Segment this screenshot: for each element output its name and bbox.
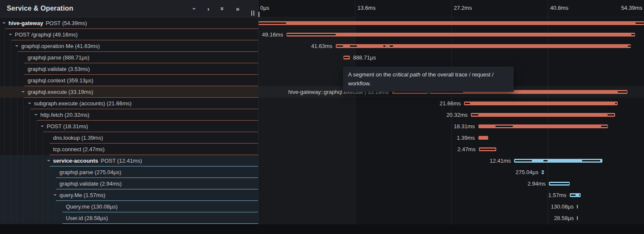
span-tree-row[interactable]: graphql.parse (275.04µs) — [0, 166, 258, 178]
span-tree-row[interactable]: ›POST (18.31ms) — [0, 121, 258, 132]
span-tree-row[interactable]: ›subgraph.execute (accounts) (21.66ms) — [0, 98, 258, 109]
indent-guide — [23, 155, 24, 166]
critical-path-segment[interactable] — [636, 23, 644, 24]
critical-path-segment[interactable] — [631, 34, 635, 35]
span-bar[interactable] — [336, 44, 631, 48]
collapse-chevron-icon[interactable]: › — [14, 43, 20, 48]
indent-guide — [36, 132, 37, 144]
critical-path-segment[interactable] — [615, 103, 617, 104]
span-bar[interactable] — [471, 113, 615, 117]
span-bar[interactable] — [287, 33, 635, 37]
span-tree: ›hive-gatewayPOST (54.39ms)›POST /graphq… — [0, 17, 258, 224]
collapse-chevron-icon[interactable]: › — [34, 112, 39, 117]
indent-guide — [17, 178, 17, 189]
critical-path-segment[interactable] — [543, 160, 548, 161]
indent-guide — [36, 212, 37, 224]
critical-path-segment[interactable] — [259, 23, 286, 24]
indent-guide — [23, 132, 24, 144]
timeline-axis: 0µs13.6ms27.2ms40.8ms54.39ms — [259, 0, 644, 17]
collapse-chevron-icon[interactable]: › — [8, 32, 13, 37]
critical-path-segment[interactable] — [628, 45, 631, 47]
critical-path-segment[interactable] — [390, 45, 393, 47]
span-label: graphql.validate (3.53ms) — [28, 63, 90, 75]
span-label: graphql.execute (33.19ms) — [28, 86, 93, 98]
timeline-row: 12.41ms — [259, 155, 644, 166]
span-tree-row[interactable]: Query.me (130.08µs) — [0, 201, 258, 212]
critical-path-segment[interactable] — [582, 160, 600, 161]
critical-path-segment[interactable] — [472, 114, 478, 116]
collapse-chevron-icon[interactable]: › — [2, 20, 7, 25]
critical-path-segment[interactable] — [542, 172, 543, 173]
indent-guide — [23, 166, 24, 178]
indent-guide — [11, 109, 11, 121]
collapse-chevron-icon[interactable]: › — [40, 124, 45, 129]
critical-path-segment[interactable] — [350, 45, 357, 47]
indent-guide — [36, 178, 37, 189]
critical-path-segment[interactable] — [287, 34, 336, 35]
span-bar[interactable] — [478, 136, 488, 140]
critical-path-segment[interactable] — [344, 57, 349, 58]
span-tree-row[interactable]: ›service-accountsPOST (12.41ms) — [0, 155, 258, 166]
chevron-down-icon[interactable]: › — [191, 8, 198, 10]
critical-path-segment[interactable] — [465, 103, 470, 104]
chevron-right-icon[interactable]: › — [207, 6, 209, 12]
span-tree-row[interactable]: ›hive-gatewayPOST (54.39ms) — [0, 17, 258, 29]
span-duration-label: 18.31ms — [454, 121, 475, 132]
indent-guide — [55, 212, 56, 224]
span-tree-row[interactable]: tcp.connect (2.47ms) — [0, 144, 258, 155]
span-tree-row[interactable]: ›graphql.execute (33.19ms) — [0, 86, 258, 98]
span-bar[interactable] — [259, 21, 644, 25]
collapse-chevron-icon[interactable]: › — [53, 192, 58, 197]
span-tree-row[interactable]: User.id (28.58µs) — [0, 212, 258, 224]
critical-path-segment[interactable] — [337, 45, 343, 47]
indent-guide — [17, 144, 17, 155]
timeline-row: 130.08µs — [259, 201, 644, 212]
indent-guide — [30, 109, 30, 121]
indent-guide — [42, 155, 43, 166]
indent-guide — [42, 132, 43, 144]
trace-viewer: Service & Operation ››»» ›hive-gatewayPO… — [0, 0, 644, 234]
span-tree-row[interactable]: graphql.validate (3.53ms) — [0, 63, 258, 75]
collapse-chevron-icon[interactable]: › — [27, 101, 32, 106]
span-bar[interactable] — [577, 216, 578, 220]
span-tree-row[interactable]: ›graphql.operation Me (41.63ms) — [0, 40, 258, 52]
span-tree-row[interactable]: ›http.fetch (20.32ms) — [0, 109, 258, 121]
critical-path-segment[interactable] — [571, 195, 576, 196]
critical-path-segment[interactable] — [515, 160, 532, 161]
span-tree-row[interactable]: ›POST /graphql (49.16ms) — [0, 29, 258, 40]
span-tree-row[interactable]: dns.lookup (1.39ms) — [0, 132, 258, 144]
service-operation-header: Service & Operation ››»» — [0, 0, 258, 17]
indent-guide — [23, 212, 24, 224]
span-tree-row[interactable]: graphql.validate (2.94ms) — [0, 178, 258, 189]
span-label: http.fetch (20.32ms) — [40, 109, 90, 121]
panel-resize-handle[interactable] — [251, 11, 255, 16]
critical-path-segment[interactable] — [495, 126, 513, 127]
collapse-chevron-icon[interactable]: › — [46, 158, 51, 163]
axis-tick-label: 27.2ms — [454, 5, 472, 11]
span-label: service-accountsPOST (12.41ms) — [53, 155, 142, 166]
indent-guide — [4, 29, 5, 40]
indent-guide — [11, 212, 11, 224]
critical-path-segment[interactable] — [383, 45, 385, 47]
span-bar[interactable] — [464, 101, 618, 105]
span-tree-row[interactable]: graphql.context (359.13µs) — [0, 75, 258, 86]
critical-path-segment[interactable] — [480, 149, 495, 150]
indent-guide — [17, 98, 17, 109]
timeline-row: 275.04µs — [259, 166, 644, 178]
critical-path-segment[interactable] — [550, 183, 569, 184]
double-chevron-down-icon[interactable]: » — [219, 7, 226, 10]
indent-guide — [11, 75, 11, 86]
critical-path-segment[interactable] — [618, 91, 627, 93]
indent-guide — [30, 212, 30, 224]
critical-path-segment[interactable] — [607, 114, 614, 116]
span-tree-row[interactable]: ›query.Me (1.57ms) — [0, 189, 258, 201]
double-chevron-right-icon[interactable]: » — [236, 6, 239, 12]
span-label: tcp.connect (2.47ms) — [53, 144, 104, 155]
indent-guide — [55, 201, 56, 212]
span-tree-row[interactable]: graphql.parse (888.71µs) — [0, 52, 258, 63]
span-bar[interactable] — [577, 205, 578, 209]
critical-path-segment[interactable] — [601, 126, 607, 127]
collapse-chevron-icon[interactable]: › — [21, 89, 26, 94]
timeline-row: 41.63ms — [259, 40, 644, 52]
timeline-row: 18.31ms — [259, 121, 644, 132]
